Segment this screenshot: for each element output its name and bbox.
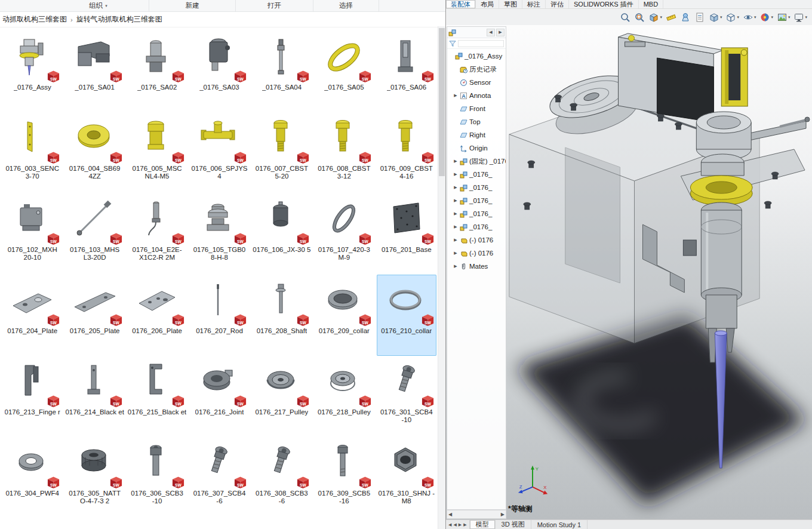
tree-item-sensors-folder[interactable]: Sensor bbox=[447, 76, 506, 89]
file-item[interactable]: SW0176_209_collar bbox=[314, 275, 374, 356]
file-item[interactable]: SW0176_216_Joint bbox=[189, 356, 249, 437]
tree-item-plane-top[interactable]: Top bbox=[447, 115, 506, 128]
tree-item-part-suppressed-2[interactable]: ▶(-) 0176 bbox=[447, 247, 506, 260]
file-item[interactable]: SW0176_003_SENC 3-70 bbox=[2, 112, 62, 193]
file-item[interactable]: SW_0176_SA01 bbox=[65, 31, 125, 112]
file-item[interactable]: SW0176_006_SPJYS 4 bbox=[189, 112, 249, 193]
tree-item-origin[interactable]: Origin bbox=[447, 142, 506, 155]
expand-arrow-icon[interactable]: ▶ bbox=[453, 211, 458, 216]
mass-properties-icon[interactable] bbox=[680, 12, 691, 23]
file-item[interactable]: SW0176_004_SB69 4ZZ bbox=[65, 112, 125, 193]
tree-item-component-4[interactable]: ▶_0176_ bbox=[447, 194, 506, 207]
tree-item-component-3[interactable]: ▶_0176_ bbox=[447, 181, 506, 194]
file-item[interactable]: SW0176_208_Shaft bbox=[252, 275, 312, 356]
filter-funnel-icon[interactable] bbox=[449, 40, 456, 47]
tree-item-history-folder[interactable]: 历史记录 bbox=[447, 63, 506, 76]
display-style-icon[interactable]: ▾ bbox=[725, 12, 739, 23]
view-orientation-icon[interactable]: ▾ bbox=[709, 12, 722, 23]
tree-item-mates-folder[interactable]: ▶Mates bbox=[447, 260, 506, 273]
ribbon-tab-evaluate[interactable]: 评估 bbox=[546, 0, 569, 8]
file-item[interactable]: SW0176_310_SHNJ -M8 bbox=[377, 437, 436, 518]
expand-arrow-icon[interactable]: ▶ bbox=[453, 264, 458, 269]
file-item[interactable]: SW0176_217_Pulley bbox=[252, 356, 312, 437]
expand-arrow-icon[interactable]: ▶ bbox=[453, 238, 458, 242]
tree-item-part-suppressed-1[interactable]: ▶(-) 0176 bbox=[447, 233, 506, 247]
file-item[interactable]: SW0176_213_Finge r bbox=[2, 356, 62, 437]
expand-arrow-icon[interactable]: ▶ bbox=[453, 172, 458, 177]
file-item[interactable]: SW0176_009_CBST 4-16 bbox=[377, 112, 436, 193]
featuremanager-tab-icon[interactable] bbox=[448, 29, 456, 36]
tree-item-component-5[interactable]: ▶_0176_ bbox=[447, 207, 506, 220]
file-item[interactable]: SW0176_309_SCB5 -16 bbox=[314, 437, 374, 518]
ribbon-tab-markup[interactable]: 标注 bbox=[522, 0, 546, 8]
file-item[interactable]: SW0176_215_Black et bbox=[127, 356, 187, 437]
tab-scroll-last-icon[interactable]: ▶ bbox=[463, 522, 466, 527]
tree-item-annotations-folder[interactable]: ▶AAnnota bbox=[447, 89, 506, 102]
hide-show-items-icon[interactable]: ▾ bbox=[743, 12, 756, 23]
scrollbar-thumb[interactable] bbox=[439, 28, 445, 176]
tree-item-component-2[interactable]: ▶_0176_ bbox=[447, 168, 506, 181]
tree-item-plane-right[interactable]: Right bbox=[447, 128, 506, 142]
ribbon-tab-solidworks-addins[interactable]: SOLIDWORKS 插件 bbox=[569, 0, 639, 8]
tab-scroll-prev-icon[interactable]: ◀ bbox=[453, 522, 456, 527]
panel-forward-button[interactable]: ▶ bbox=[496, 29, 505, 36]
file-item[interactable]: SW0176_201_Base bbox=[377, 193, 436, 275]
doc-tab-3d-views[interactable]: 3D 视图 bbox=[496, 520, 531, 529]
file-item[interactable]: SW0176_218_Pulley bbox=[314, 356, 374, 437]
file-item[interactable]: SW0176_105_TGB0 8-H-8 bbox=[189, 193, 249, 275]
file-item[interactable]: SW_0176_SA04 bbox=[252, 31, 312, 112]
breadcrumb-current[interactable]: 旋转气动抓取机构三维套图 bbox=[76, 14, 162, 24]
tab-scroll-first-icon[interactable]: ◀ bbox=[448, 522, 451, 527]
tree-item-component-6[interactable]: ▶_0176_ bbox=[447, 220, 506, 233]
file-item[interactable]: SW0176_207_Rod bbox=[189, 275, 249, 356]
expand-arrow-icon[interactable]: ▶ bbox=[453, 93, 458, 98]
file-item[interactable]: SW0176_007_CBST 5-20 bbox=[252, 112, 312, 193]
file-item[interactable]: SW0176_102_MXH 20-10 bbox=[2, 193, 62, 275]
file-item[interactable]: SW0176_306_SCB3 -10 bbox=[127, 437, 187, 518]
file-item[interactable]: SW0176_104_E2E- X1C2-R 2M bbox=[127, 193, 187, 275]
tree-item-assembly-root[interactable]: _0176_Assy bbox=[447, 50, 506, 63]
tree-filter-input[interactable] bbox=[458, 40, 504, 47]
file-item[interactable]: SW0176_008_CBST 3-12 bbox=[314, 112, 374, 193]
file-item[interactable]: SW0176_301_SCB4 -10 bbox=[377, 356, 436, 437]
file-item[interactable]: SW0176_307_SCB4 -6 bbox=[189, 437, 249, 518]
view-settings-icon[interactable]: ▾ bbox=[793, 12, 807, 23]
file-item[interactable]: SW0176_103_MHS L3-20D bbox=[65, 193, 125, 275]
command-new-button[interactable]: 新建 bbox=[149, 0, 236, 11]
file-item[interactable]: SW0176_107_420-3 M-9 bbox=[314, 193, 374, 275]
file-item[interactable]: SW0176_308_SCB3 -6 bbox=[252, 437, 312, 518]
tree-horizontal-scrollbar[interactable]: ◀ ▶ bbox=[447, 510, 506, 519]
command-organize-button[interactable]: 组织▾ bbox=[0, 0, 149, 11]
zoom-area-icon[interactable] bbox=[634, 12, 645, 23]
file-item[interactable]: SW0176_214_Black et bbox=[65, 356, 125, 437]
command-open-button[interactable]: 打开 bbox=[236, 0, 313, 11]
expand-arrow-icon[interactable]: ▶ bbox=[453, 185, 458, 190]
file-item[interactable]: SW_0176_SA06 bbox=[377, 31, 436, 112]
file-item[interactable]: SW0176_205_Plate bbox=[65, 275, 125, 356]
file-item[interactable]: SW0176_204_Plate bbox=[2, 275, 62, 356]
edit-appearance-icon[interactable]: ▾ bbox=[759, 12, 773, 23]
explorer-vertical-scrollbar[interactable] bbox=[438, 26, 445, 529]
file-item[interactable]: SW0176_106_JX-30 5 bbox=[252, 193, 312, 275]
zoom-fit-icon[interactable] bbox=[620, 12, 630, 23]
command-select-button[interactable]: 选择 bbox=[313, 0, 379, 11]
file-item[interactable]: SW_0176_SA03 bbox=[189, 31, 249, 112]
measure-icon[interactable] bbox=[666, 12, 676, 23]
scroll-right-icon[interactable]: ▶ bbox=[501, 512, 505, 517]
file-item[interactable]: SW0176_206_Plate bbox=[127, 275, 187, 356]
file-item[interactable]: SW0176_305_NATT O-4-7-3 2 bbox=[65, 437, 125, 518]
doc-tab-motion-study-1[interactable]: Motion Study 1 bbox=[531, 520, 588, 529]
tree-item-component-fixed[interactable]: ▶(固定) _0176 bbox=[447, 155, 506, 168]
section-view-icon[interactable]: ▾ bbox=[648, 12, 662, 23]
tree-item-plane-front[interactable]: Front bbox=[447, 102, 506, 115]
expand-arrow-icon[interactable]: ▶ bbox=[453, 251, 458, 256]
doc-tab-model[interactable]: 模型 bbox=[470, 520, 496, 529]
file-item[interactable]: SW0176_210_collar bbox=[377, 275, 436, 356]
file-item[interactable]: SW0176_304_PWF4 bbox=[2, 437, 62, 518]
file-item[interactable]: SW_0176_SA02 bbox=[127, 31, 187, 112]
file-item[interactable]: SW_0176_SA05 bbox=[314, 31, 374, 112]
tab-scroll-next-icon[interactable]: ▶ bbox=[459, 522, 462, 527]
apply-scene-icon[interactable]: ▾ bbox=[777, 12, 791, 23]
ribbon-tab-layout[interactable]: 布局 bbox=[476, 0, 499, 8]
ribbon-tab-assembly[interactable]: 装配体 bbox=[446, 0, 476, 8]
